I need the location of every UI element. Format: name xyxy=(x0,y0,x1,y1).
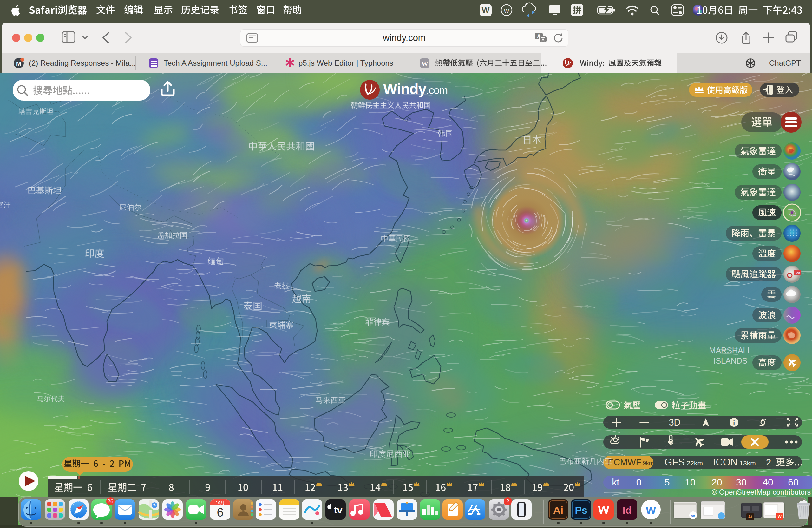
svg-text:2: 2 xyxy=(506,499,509,504)
svg-text:6: 6 xyxy=(217,506,223,519)
svg-text:Id: Id xyxy=(623,504,632,516)
svg-text:w: w xyxy=(646,503,656,517)
svg-text:26: 26 xyxy=(107,499,114,504)
svg-text:Ps: Ps xyxy=(575,504,587,516)
svg-text:tv: tv xyxy=(334,505,343,515)
svg-text:W: W xyxy=(778,514,782,519)
svg-text:Ai: Ai xyxy=(553,504,563,516)
svg-text:w: w xyxy=(691,513,695,518)
svg-text:Ai: Ai xyxy=(748,514,752,519)
